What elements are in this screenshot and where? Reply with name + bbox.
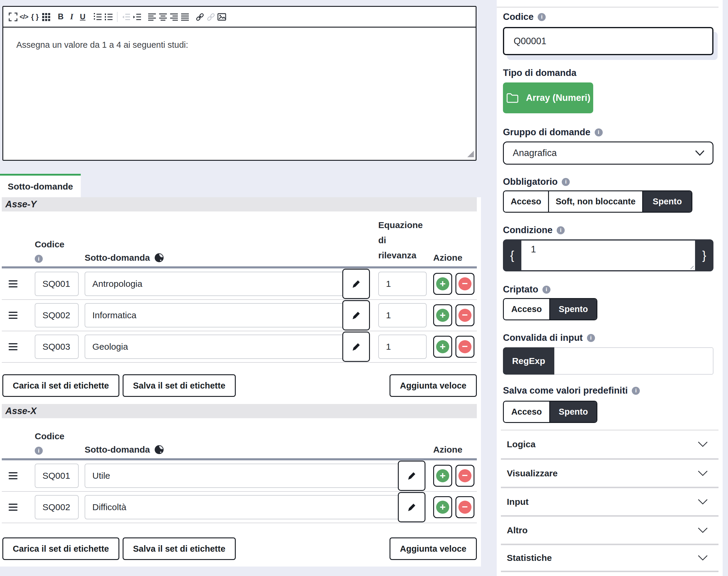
encrypted-option-off[interactable]: Spento [550,299,596,319]
drag-handle-icon[interactable] [9,470,18,481]
mandatory-option-on[interactable]: Acceso [504,191,549,212]
edit-pencil-icon[interactable] [342,269,370,299]
encrypted-option-on[interactable]: Acceso [504,299,550,319]
save-defaults-toggle: Acceso Spento [503,401,597,423]
subquestion-text-input[interactable]: Informatica [85,303,370,327]
italic-icon[interactable]: I [66,11,77,23]
subquestion-text-input[interactable]: Difficoltà [85,495,426,519]
subquestion-code-input[interactable]: SQ003 [35,335,79,359]
question-group-select[interactable]: Anagrafica [503,142,713,165]
drag-handle-icon[interactable] [9,310,18,321]
question-text-area[interactable]: Assegna un valore da 1 a 4 ai seguenti s… [3,28,476,159]
section-logic[interactable]: Logica [501,430,719,458]
fullscreen-icon[interactable] [7,11,19,23]
save-label-set-button[interactable]: Salva il set di etichette [123,374,236,397]
align-right-icon[interactable] [168,11,179,23]
save-defaults-label: Salva come valori predefiniti [503,386,628,395]
section-input[interactable]: Input [501,487,719,515]
remove-row-button[interactable] [455,304,475,326]
save-defaults-option-off[interactable]: Spento [550,402,596,422]
edit-pencil-icon[interactable] [398,492,426,522]
quick-add-button[interactable]: Aggiunta veloce [389,374,477,397]
chevron-down-icon [698,499,708,505]
remove-row-button[interactable] [455,465,475,487]
drag-handle-icon[interactable] [9,279,18,289]
section-display[interactable]: Visualizzare [501,458,719,487]
subquestion-code-input[interactable]: SQ001 [35,272,79,296]
group-label-row: Gruppo di domande [503,127,713,137]
unlink-icon[interactable] [205,11,216,23]
info-icon[interactable] [35,255,43,263]
add-row-button[interactable] [433,273,452,295]
column-header-action: Azione [433,444,462,455]
load-label-set-button[interactable]: Carica il set di etichette [2,374,119,397]
info-icon[interactable] [587,334,595,342]
axis-x-title: Asse-X [5,406,36,416]
save-label-set-button[interactable]: Salva il set di etichette [123,538,236,560]
add-row-button[interactable] [433,304,452,326]
column-header-subquestion: Sotto-domanda [85,253,150,263]
relevance-equation-input[interactable]: 1 [378,303,427,327]
validation-input[interactable] [554,347,713,375]
subquestion-text-input[interactable]: Utile [85,464,426,488]
table-row: SQ002 Difficoltà [2,492,477,523]
remove-row-button[interactable] [455,336,475,358]
grid-icon[interactable] [41,11,51,23]
save-defaults-option-on[interactable]: Acceso [504,402,550,422]
remove-row-button[interactable] [455,273,475,295]
edit-pencil-icon[interactable] [342,300,370,330]
edit-pencil-icon[interactable] [342,332,370,362]
align-left-icon[interactable] [146,11,157,23]
mandatory-option-off[interactable]: Spento [643,191,692,212]
add-row-button[interactable] [433,336,452,358]
underline-icon[interactable]: U [77,11,88,23]
info-icon[interactable] [538,13,546,21]
encrypted-label-row: Criptato [503,285,713,294]
resize-handle[interactable] [689,264,694,269]
question-code-input[interactable]: Q00001 [503,27,713,55]
info-icon[interactable] [35,447,43,455]
align-center-icon[interactable] [157,11,168,23]
resize-handle[interactable] [467,151,474,157]
subquestion-code-input[interactable]: SQ001 [35,464,79,488]
link-icon[interactable] [194,11,205,23]
info-icon[interactable] [595,128,603,137]
align-justify-icon[interactable] [179,11,190,23]
info-icon[interactable] [557,226,565,234]
section-statistics[interactable]: Statistiche [501,544,719,572]
remove-row-button[interactable] [455,496,475,518]
curly-braces-icon[interactable]: { } [29,11,41,23]
indent-icon[interactable] [132,11,142,23]
add-row-button[interactable] [433,465,452,487]
ordered-list-icon[interactable] [92,11,103,23]
question-type-label: Tipo di domanda [503,68,576,78]
subquestion-code-input[interactable]: SQ002 [35,495,79,519]
section-other[interactable]: Altro [501,515,719,544]
info-icon[interactable] [632,387,640,395]
info-icon[interactable] [562,178,570,186]
edit-pencil-icon[interactable] [398,461,426,491]
add-row-button[interactable] [433,496,452,518]
image-icon[interactable] [216,11,227,23]
info-icon[interactable] [542,286,550,294]
outdent-icon[interactable] [120,11,132,23]
subquestion-text-input[interactable]: Geologia [85,335,370,359]
quick-add-button[interactable]: Aggiunta veloce [389,538,477,560]
subquestion-text-input[interactable]: Antropologia [85,272,370,296]
validation-label: Convalida di input [503,333,583,343]
source-code-icon[interactable]: </> [19,11,29,23]
condition-input[interactable]: 1 [521,240,695,270]
relevance-equation-input[interactable]: 1 [378,272,427,296]
tab-subquestions[interactable]: Sotto-domande [0,174,81,197]
unordered-list-icon[interactable] [103,11,114,23]
drag-handle-icon[interactable] [9,341,18,352]
subquestion-code-input[interactable]: SQ002 [35,303,79,327]
load-label-set-button[interactable]: Carica il set di etichette [2,538,119,560]
mandatory-option-soft[interactable]: Soft, non bloccante [549,191,643,212]
drag-handle-icon[interactable] [9,502,18,513]
question-type-button[interactable]: Array (Numeri) [503,83,593,113]
column-header-relevance-1: Equazione [378,218,427,233]
column-header-relevance-3: rilevanza [378,248,427,263]
relevance-equation-input[interactable]: 1 [378,335,427,359]
bold-icon[interactable]: B [55,11,66,23]
